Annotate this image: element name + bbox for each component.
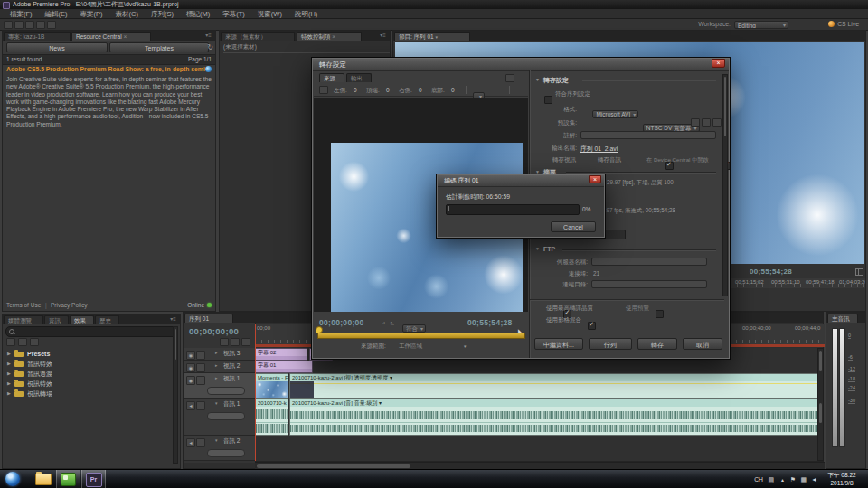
effects-search-input[interactable]	[5, 326, 177, 337]
keyboard-icon[interactable]: ▤	[768, 476, 774, 483]
track-audio1[interactable]: 20100710-k 20100710-kazu-2.avi [音] 音量:級別…	[255, 399, 823, 436]
close-icon[interactable]	[589, 175, 601, 183]
eye-icon[interactable]: ◉	[186, 351, 195, 360]
speaker-icon[interactable]: ◄	[186, 401, 195, 410]
twirl-icon[interactable]: ▾	[215, 400, 218, 406]
track-header-audio2[interactable]: ◄ ▾ 音訊 2	[184, 436, 255, 461]
match-sequence-checkbox[interactable]	[544, 96, 552, 104]
cs-live[interactable]: CS Live	[828, 21, 859, 27]
cancel-encoding-button[interactable]: Cancel	[551, 221, 596, 232]
track-display-style-button[interactable]	[207, 449, 245, 457]
set-in-icon[interactable]: ⊿	[382, 320, 385, 325]
track-header-video2[interactable]: ◉ ▸ 視訊 2	[184, 361, 255, 373]
action-center-flag-icon[interactable]: ⚑	[790, 476, 796, 483]
privacy-policy-link[interactable]: Privacy Policy	[51, 300, 87, 310]
lock-icon[interactable]	[196, 376, 205, 385]
metadata-button[interactable]: 中繼資料...	[534, 338, 583, 350]
clip-audio-kazu-short[interactable]: 20100710-k	[255, 399, 288, 436]
twirl-icon[interactable]: ▶	[7, 379, 11, 389]
workspace-dropdown[interactable]: Editing	[734, 21, 788, 29]
twirl-icon[interactable]: ▸	[215, 362, 218, 368]
ftp-header[interactable]: FTP	[535, 246, 555, 252]
effects-item-video-transitions[interactable]: ▶視訊轉場	[3, 389, 171, 399]
output-name-link[interactable]: 序列 01_2.avi	[580, 145, 618, 154]
playhead-marker[interactable]	[316, 326, 323, 333]
lock-icon[interactable]	[196, 401, 205, 410]
menu-item-help[interactable]: 說明(H)	[288, 9, 324, 19]
ftp-dir-field[interactable]	[591, 280, 707, 288]
range-end-handle[interactable]: ◣	[518, 327, 523, 333]
marker-icon[interactable]	[231, 338, 240, 346]
twirl-icon[interactable]: ▸	[215, 350, 218, 355]
opacity-rubber-band[interactable]	[290, 383, 823, 384]
crop-icon[interactable]	[319, 86, 328, 94]
dialog-titlebar[interactable]: 轉存設定	[313, 59, 729, 71]
eye-icon[interactable]: ◉	[186, 363, 195, 372]
save-preset-icon[interactable]	[691, 118, 700, 127]
track-video2[interactable]: 字幕 01	[255, 361, 823, 374]
track-display-style-button[interactable]	[207, 387, 245, 395]
set-out-icon[interactable]: ◺	[391, 320, 394, 325]
tab-sequence-01[interactable]: 序列 01	[184, 314, 233, 323]
crop-bottom-value[interactable]: 0	[451, 87, 455, 93]
current-time-indicator[interactable]	[255, 324, 256, 461]
twirl-icon[interactable]: ▶	[7, 369, 11, 379]
cancel-button[interactable]: 取消	[683, 338, 722, 350]
track-header-video3[interactable]: ◉ ▸ 視訊 3	[184, 348, 255, 361]
clip-title-02[interactable]: 字幕 02	[255, 348, 307, 361]
toolbar-icon-3[interactable]	[25, 21, 34, 29]
clip-moments[interactable]: Moments - F	[255, 373, 288, 399]
scrollbar-thumb[interactable]	[257, 464, 410, 468]
snap-icon[interactable]	[220, 338, 229, 346]
tab-export-output[interactable]: 輸出	[346, 73, 372, 82]
eye-icon[interactable]: ◉	[186, 376, 195, 385]
effects-item-presets[interactable]: ▶Presets	[3, 349, 171, 359]
close-icon[interactable]	[712, 59, 725, 68]
twirl-icon[interactable]: ▶	[7, 359, 11, 369]
effects-filter-icon-2[interactable]	[18, 338, 27, 346]
tab-effects[interactable]: 效果	[70, 315, 94, 324]
tab-master-audio[interactable]: 主音訊	[827, 314, 858, 323]
export-button[interactable]: 轉存	[637, 338, 677, 350]
volume-rubber-band[interactable]	[290, 408, 823, 408]
start-button[interactable]	[5, 472, 20, 486]
menu-item-marker[interactable]: 標記(M)	[180, 9, 216, 19]
timeline-horizontal-scrollbar[interactable]	[255, 462, 825, 469]
clip-video-kazu2[interactable]: 20100710-kazu-2.avi [視] 透明度:透明度 ▾	[289, 373, 824, 399]
refresh-icon[interactable]: ↻	[207, 43, 213, 52]
timeline-vertical-scrollbar[interactable]	[817, 348, 824, 461]
panel-menu-icon[interactable]	[204, 33, 212, 39]
frame-blend-checkbox[interactable]	[588, 322, 596, 330]
templates-button[interactable]: Templates	[109, 42, 209, 52]
news-headline[interactable]: Adobe CS5.5 Production Premium Road Show…	[6, 66, 205, 72]
import-preset-icon[interactable]	[702, 118, 711, 127]
effects-item-audio-effects[interactable]: ▶音訊特效	[3, 359, 171, 369]
toolbar-icon-1[interactable]	[4, 21, 13, 29]
panel-menu-icon[interactable]	[169, 316, 177, 323]
scrollbar-thumb[interactable]	[175, 329, 176, 360]
settings-scrollbar[interactable]	[722, 74, 728, 296]
clip-audio-kazu2[interactable]: 20100710-kazu-2.avi [音] 音量:級別 ▾	[289, 399, 824, 436]
tab-project[interactable]: 專案: kazu-1B	[4, 32, 71, 41]
panel-menu-icon[interactable]	[379, 33, 387, 39]
speaker-icon[interactable]: ◄	[186, 438, 195, 447]
tab-source-monitor[interactable]: 來源（無素材）	[221, 32, 295, 41]
tab-effect-controls[interactable]: 特效控制項 ×	[297, 32, 362, 41]
lock-icon[interactable]	[196, 438, 205, 447]
twirl-icon[interactable]: ▶	[7, 389, 11, 399]
tab-resource-central[interactable]: Resource Central ×	[71, 32, 151, 41]
twirl-icon[interactable]: ▶	[7, 349, 11, 359]
ftp-server-field[interactable]	[591, 258, 707, 266]
menu-item-project[interactable]: 專案(P)	[74, 9, 109, 19]
menu-item-window[interactable]: 視窗(W)	[251, 9, 288, 19]
track-header-video1[interactable]: ◉ ▸ 視訊 1	[184, 373, 255, 399]
scrollbar-thumb[interactable]	[819, 403, 822, 423]
menu-item-sequence[interactable]: 序列(S)	[145, 9, 180, 19]
effects-item-audio-transitions[interactable]: ▶音訊過渡	[3, 369, 171, 379]
crop-right-value[interactable]: 0	[419, 87, 422, 93]
taskbar-clock[interactable]: 下午 08:22 2011/9/8	[821, 472, 863, 487]
tab-history[interactable]: 歷史	[95, 315, 119, 324]
use-previews-checkbox[interactable]	[656, 310, 664, 318]
work-area-bar[interactable]	[317, 333, 525, 339]
track-video1[interactable]: Moments - F 20100710-kazu-2.avi [視] 透明度:…	[255, 373, 823, 399]
